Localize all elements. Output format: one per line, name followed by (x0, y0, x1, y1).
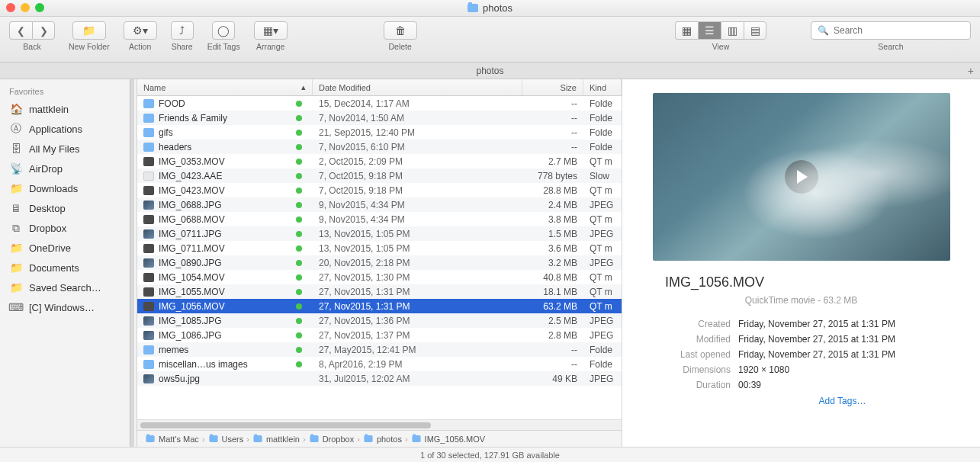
sidebar-item--c-windows-[interactable]: ⌨[C] Windows… (0, 297, 137, 317)
sidebar-item-all-my-files[interactable]: 🗄All My Files (0, 139, 137, 159)
file-name: FOOD (159, 98, 185, 109)
sidebar-item-saved-search-[interactable]: 📁Saved Search… (0, 278, 137, 297)
file-kind: QT m (583, 287, 622, 297)
file-size: 2.8 MB (522, 330, 583, 341)
breadcrumb[interactable]: photos (363, 435, 402, 444)
file-date: 8, Apr2016, 2:19 PM (313, 359, 522, 370)
edit-tags-button[interactable]: ◯ (212, 21, 235, 40)
column-date[interactable]: Date Modified (313, 79, 522, 95)
file-row[interactable]: IMG_0711.JPG 13, Nov2015, 1:05 PM 1.5 MB… (137, 226, 622, 241)
file-row[interactable]: ows5u.jpg 31, Jul2015, 12:02 AM 49 KB JP… (137, 371, 622, 386)
meta-value: 00:39 (738, 380, 939, 390)
folder-icon (143, 99, 154, 108)
file-row[interactable]: IMG_1056.MOV 27, Nov2015, 1:31 PM 63.2 M… (137, 299, 622, 313)
forward-button[interactable]: ❯ (32, 21, 55, 40)
sidebar-item-mattklein[interactable]: 🏠mattklein (0, 99, 137, 119)
horizontal-scrollbar[interactable] (137, 419, 622, 430)
breadcrumb[interactable]: IMG_1056.MOV (411, 435, 485, 444)
sidebar-resize-handle[interactable] (130, 79, 134, 447)
sidebar-item-airdrop[interactable]: 📡AirDrop (0, 159, 137, 178)
scroll-thumb[interactable] (140, 422, 431, 428)
file-row[interactable]: memes 27, May2015, 12:41 PM -- Folde (137, 342, 622, 357)
preview-thumbnail[interactable] (653, 93, 950, 261)
meta-row: Dimensions1920 × 1080 (664, 362, 939, 377)
file-row[interactable]: miscellan…us images 8, Apr2016, 2:19 PM … (137, 357, 622, 371)
file-list[interactable]: FOOD 15, Dec2014, 1:17 AM -- Folde Frien… (137, 96, 622, 419)
sidebar-item-applications[interactable]: ⒶApplications (0, 119, 137, 139)
file-row[interactable]: IMG_0353.MOV 2, Oct2015, 2:09 PM 2.7 MB … (137, 154, 622, 168)
meta-label: Created (664, 319, 738, 329)
trash-icon: 🗑 (395, 24, 406, 37)
arrange-button[interactable]: ▦▾ (254, 21, 288, 40)
mov-icon (143, 215, 154, 224)
add-tags-link[interactable]: Add Tags… (737, 396, 866, 406)
new-tab-button[interactable]: + (968, 65, 974, 77)
file-date: 27, Nov2015, 1:37 PM (313, 330, 522, 341)
file-row[interactable]: IMG_0711.MOV 13, Nov2015, 1:05 PM 3.6 MB… (137, 241, 622, 255)
back-button[interactable]: ❮ (9, 21, 32, 40)
chevron-left-icon: ❮ (17, 25, 25, 37)
search-field[interactable]: 🔍 (811, 21, 971, 40)
allfiles-icon: 🗄 (9, 143, 23, 155)
sidebar-item-dropbox[interactable]: ⧉Dropbox (0, 218, 137, 238)
folder-icon: 📁 (9, 281, 23, 294)
sidebar-item-label: Applications (29, 124, 82, 135)
file-row[interactable]: Friends & Family 7, Nov2014, 1:50 AM -- … (137, 111, 622, 125)
close-button[interactable] (6, 3, 15, 12)
meta-value: Friday, November 27, 2015 at 1:31 PM (738, 319, 939, 329)
sidebar-item-documents[interactable]: 📁Documents (0, 258, 137, 278)
arrange-label: Arrange (256, 42, 284, 51)
active-tab[interactable]: photos (476, 66, 503, 76)
sidebar-item-desktop[interactable]: 🖥Desktop (0, 198, 137, 218)
view-list-button[interactable]: ☰ (698, 21, 721, 40)
sidebar-item-onedrive[interactable]: 📁OneDrive (0, 238, 137, 258)
action-label: Action (129, 42, 151, 51)
file-row[interactable]: gifs 21, Sep2015, 12:40 PM -- Folde (137, 125, 622, 140)
breadcrumb[interactable]: Matt's Mac (145, 435, 199, 444)
search-input[interactable] (834, 25, 964, 36)
file-size: 3.2 MB (522, 258, 583, 268)
action-button[interactable]: ⚙︎▾ (124, 21, 157, 40)
img-icon (143, 201, 154, 210)
file-row[interactable]: IMG_1085.JPG 27, Nov2015, 1:36 PM 2.5 MB… (137, 313, 622, 328)
file-row[interactable]: IMG_0423.AAE 7, Oct2015, 9:18 PM 778 byt… (137, 168, 622, 183)
sync-ok-icon (296, 274, 302, 281)
file-name: IMG_1054.MOV (159, 272, 225, 283)
view-columns-button[interactable]: ▥ (721, 21, 744, 40)
play-button[interactable] (785, 160, 818, 194)
preview-filename: IMG_1056.MOV (641, 274, 764, 290)
breadcrumb[interactable]: Dropbox (309, 435, 355, 444)
doc-icon (143, 172, 154, 181)
delete-button[interactable]: 🗑 (384, 21, 417, 40)
file-date: 13, Nov2015, 1:05 PM (313, 243, 522, 254)
folder-icon (146, 435, 154, 442)
file-name: headers (159, 142, 191, 152)
file-row[interactable]: headers 7, Nov2015, 6:10 PM -- Folde (137, 140, 622, 154)
file-size: 3.8 MB (522, 214, 583, 225)
column-kind[interactable]: Kind (583, 79, 622, 95)
minimize-button[interactable] (21, 3, 30, 12)
file-row[interactable]: FOOD 15, Dec2014, 1:17 AM -- Folde (137, 96, 622, 111)
column-size[interactable]: Size (522, 79, 583, 95)
file-name: IMG_1085.JPG (159, 316, 222, 326)
file-row[interactable]: IMG_0688.JPG 9, Nov2015, 4:34 PM 2.4 MB … (137, 197, 622, 212)
file-row[interactable]: IMG_0423.MOV 7, Oct2015, 9:18 PM 28.8 MB… (137, 183, 622, 197)
file-row[interactable]: IMG_1086.JPG 27, Nov2015, 1:37 PM 2.8 MB… (137, 328, 622, 342)
share-button[interactable]: ⤴ (171, 21, 194, 40)
breadcrumb[interactable]: mattklein (252, 435, 300, 444)
file-row[interactable]: IMG_1054.MOV 27, Nov2015, 1:30 PM 40.8 M… (137, 270, 622, 284)
file-row[interactable]: IMG_0890.JPG 20, Nov2015, 2:18 PM 3.2 MB… (137, 255, 622, 270)
meta-label: Dimensions (664, 364, 738, 375)
column-name[interactable]: Name▴ (137, 79, 313, 95)
file-row[interactable]: IMG_1055.MOV 27, Nov2015, 1:31 PM 18.1 M… (137, 284, 622, 299)
sync-ok-icon (296, 217, 302, 223)
breadcrumb[interactable]: Users (208, 435, 244, 444)
tab-bar: photos + (0, 63, 980, 79)
new-folder-button[interactable]: 📁 (72, 21, 106, 40)
file-size: 2.7 MB (522, 156, 583, 167)
maximize-button[interactable] (35, 3, 44, 12)
sidebar-item-downloads[interactable]: 📁Downloads (0, 178, 137, 198)
view-coverflow-button[interactable]: ▤ (744, 21, 766, 40)
view-icons-button[interactable]: ▦ (675, 21, 698, 40)
file-row[interactable]: IMG_0688.MOV 9, Nov2015, 4:34 PM 3.8 MB … (137, 212, 622, 226)
